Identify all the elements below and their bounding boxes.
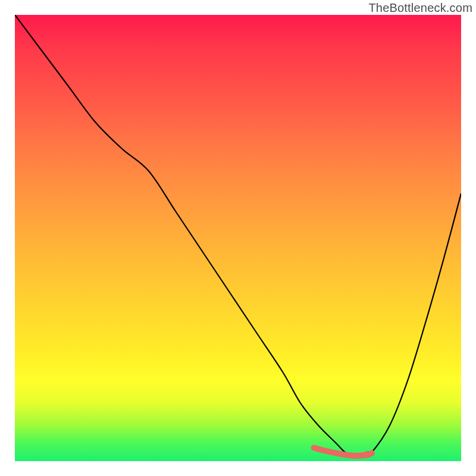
chart-svg (15, 15, 461, 461)
optimal-range-highlight (314, 448, 372, 456)
local-min-marker (364, 451, 371, 458)
bottleneck-curve (15, 15, 461, 457)
plot-area (15, 15, 461, 461)
attribution-text: TheBottleneck.com (368, 1, 472, 15)
chart-canvas: TheBottleneck.com (0, 0, 476, 476)
